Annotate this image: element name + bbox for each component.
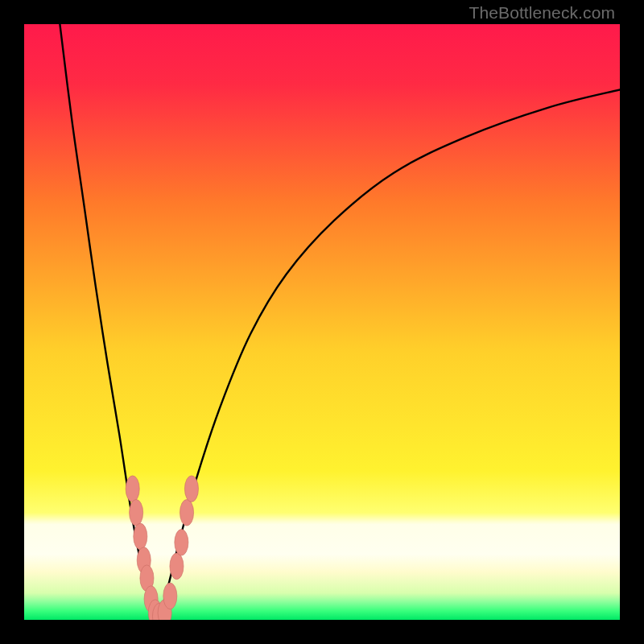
data-marker [184,476,198,502]
data-marker [180,499,193,526]
watermark-text: TheBottleneck.com [469,3,615,23]
plot-frame [24,24,620,620]
bottleneck-curve [24,24,620,620]
data-marker [163,583,177,609]
data-marker [130,499,143,526]
data-marker [170,553,184,580]
curve-right-branch [159,89,621,620]
data-marker [175,529,188,555]
data-marker [134,523,147,550]
data-marker [126,476,139,502]
